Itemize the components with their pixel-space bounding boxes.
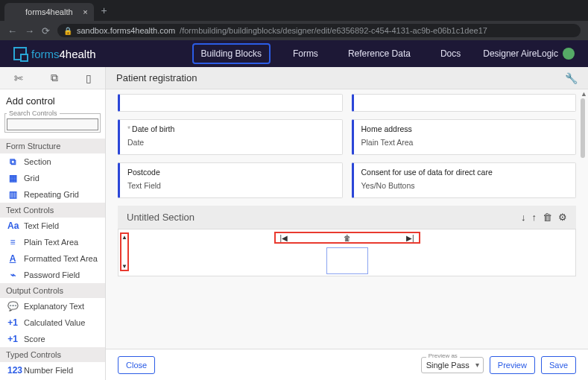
url-host: sandbox.forms4health.com <box>77 26 175 35</box>
card-home-type: Plain Text Area <box>361 138 569 147</box>
untitled-body[interactable]: ▲▼ |◀ 🗑 ▶| <box>118 229 576 276</box>
search-legend: Search Controls <box>7 110 60 117</box>
nav-reference-data[interactable]: Reference Data <box>341 43 418 64</box>
move-up-icon[interactable]: ↑ <box>532 212 537 223</box>
delete-icon[interactable]: 🗑 <box>344 234 351 242</box>
brand-text-2: 4health <box>60 48 96 60</box>
untitled-section: Untitled Section ↓ ↑ 🗑 ⚙ ▲▼ |◀ 🗑 ▶| <box>118 206 576 276</box>
card-dob-title: Date of birth <box>132 124 174 133</box>
skip-first-icon[interactable]: |◀ <box>280 234 288 242</box>
card-consent-title: Consent for use of data for direct care <box>361 168 569 177</box>
url-path: /formbuilding/buildingblocks/designer/ed… <box>180 26 487 35</box>
paste-icon[interactable]: ▯ <box>86 72 92 84</box>
row-handles-highlight: ▲▼ <box>120 232 129 271</box>
palette-grid[interactable]: ▦Grid <box>0 170 105 186</box>
card-dob[interactable]: *Date of birth Date <box>118 119 343 155</box>
palette-plain-text-area[interactable]: ≡Plain Text Area <box>0 234 105 250</box>
palette-formatted-text-area[interactable]: AFormatted Text Area <box>0 250 105 267</box>
footer: Close Preview as Single Pass Preview Sav… <box>106 349 588 380</box>
lock-icon: 🔒 <box>63 27 72 35</box>
group-typed-controls: Typed Controls <box>0 347 105 362</box>
copy-icon[interactable]: ⧉ <box>51 72 58 84</box>
main-nav: Building Blocks Forms Reference Data Doc… <box>192 43 469 64</box>
delete-section-icon[interactable]: 🗑 <box>543 212 552 223</box>
browser-tab-strip: forms4health × + <box>0 0 588 21</box>
palette-password-field[interactable]: ⌁Password Field <box>0 267 105 283</box>
card-home-title: Home address <box>361 124 569 133</box>
nav-forms[interactable]: Forms <box>285 43 326 64</box>
text-field-icon: Aa <box>7 221 18 231</box>
group-form-structure: Form Structure <box>0 139 105 153</box>
search-input[interactable] <box>7 118 98 130</box>
close-button[interactable]: Close <box>118 356 155 374</box>
brand-logo[interactable]: forms4health <box>13 47 96 60</box>
preview-as-label: Preview as <box>426 352 460 359</box>
cut-icon[interactable]: ✄ <box>14 72 23 84</box>
untitled-title: Untitled Section <box>127 212 195 223</box>
settings-icon[interactable]: 🔧 <box>565 72 578 84</box>
nav-docs[interactable]: Docs <box>433 43 468 64</box>
brand-text-1: forms <box>31 48 60 60</box>
user-name: Designer AireLogic <box>483 48 558 59</box>
user-menu[interactable]: Designer AireLogic <box>483 48 575 60</box>
scroll-thumb[interactable] <box>581 98 585 158</box>
workspace: ✄ ⧉ ▯ Add control Search Controls Form S… <box>0 67 588 380</box>
palette-number-field[interactable]: 123Number Field <box>0 362 105 379</box>
card-empty-left[interactable] <box>118 94 343 112</box>
group-output-controls: Output Controls <box>0 283 105 298</box>
card-postcode-title: Postcode <box>127 168 335 177</box>
forward-icon[interactable]: → <box>25 25 34 37</box>
preview-mode-select[interactable]: Preview as Single Pass <box>421 357 484 373</box>
card-postcode[interactable]: Postcode Text Field <box>118 162 343 198</box>
card-home-address[interactable]: Home address Plain Text Area <box>352 119 577 155</box>
skip-last-icon[interactable]: ▶| <box>406 234 414 242</box>
empty-cell[interactable] <box>326 247 368 274</box>
card-consent[interactable]: Consent for use of data for direct care … <box>352 162 577 198</box>
palette-explanatory-text[interactable]: 💬Explanatory Text <box>0 298 105 314</box>
favicon <box>12 7 21 16</box>
back-icon[interactable]: ← <box>7 25 17 37</box>
preview-mode-value: Single Pass <box>426 361 470 370</box>
number-field-icon: 123 <box>7 365 18 376</box>
logo-icon <box>13 47 27 60</box>
reload-icon[interactable]: ⟳ <box>42 25 50 37</box>
preview-button[interactable]: Preview <box>490 356 535 374</box>
palette-section[interactable]: ⧉Section <box>0 153 105 170</box>
palette-text-field[interactable]: AaText Field <box>0 218 105 234</box>
card-empty-right[interactable] <box>352 94 577 112</box>
card-dob-type: Date <box>127 138 335 147</box>
explanatory-text-icon: 💬 <box>7 301 18 311</box>
palette-calculated-value[interactable]: +1Calculated Value <box>0 314 105 331</box>
score-icon: +1 <box>7 334 18 344</box>
card-consent-type: Yes/No Buttons <box>361 181 569 190</box>
scroll-up-icon[interactable]: ▲ <box>581 91 585 98</box>
browser-tab[interactable]: forms4health × <box>4 3 94 21</box>
untitled-header[interactable]: Untitled Section ↓ ↑ 🗑 ⚙ <box>118 206 576 229</box>
url-field[interactable]: 🔒 sandbox.forms4health.com/formbuilding/… <box>57 24 581 37</box>
close-tab-icon[interactable]: × <box>83 7 87 16</box>
grid-icon: ▦ <box>7 173 18 183</box>
sidebar: ✄ ⧉ ▯ Add control Search Controls Form S… <box>0 67 106 380</box>
browser-addr-bar: ← → ⟳ 🔒 sandbox.forms4health.com/formbui… <box>0 21 588 40</box>
sidebar-toolbar: ✄ ⧉ ▯ <box>0 67 105 89</box>
section-icon: ⧉ <box>7 156 18 167</box>
tab-title: forms4health <box>25 7 73 16</box>
avatar <box>563 48 575 60</box>
save-button[interactable]: Save <box>541 356 576 374</box>
app-header: forms4health Building Blocks Forms Refer… <box>0 40 588 67</box>
nav-building-blocks[interactable]: Building Blocks <box>192 43 271 64</box>
card-postcode-type: Text Field <box>127 181 335 190</box>
palette-score[interactable]: +1Score <box>0 331 105 347</box>
scrollbar[interactable]: ▲ <box>581 91 585 347</box>
column-handles-highlight: |◀ 🗑 ▶| <box>274 232 420 244</box>
section-settings-icon[interactable]: ⚙ <box>558 212 567 223</box>
new-tab-button[interactable]: + <box>94 0 115 21</box>
formatted-text-area-icon: A <box>7 253 18 264</box>
calculated-value-icon: +1 <box>7 317 18 328</box>
palette-repeating-grid[interactable]: ▥Repeating Grid <box>0 186 105 203</box>
add-control-title: Add control <box>0 89 105 110</box>
section-header: Patient registration 🔧 <box>106 67 588 89</box>
search-controls-fieldset: Search Controls <box>4 110 101 133</box>
move-down-icon[interactable]: ↓ <box>521 212 526 223</box>
canvas-scroll[interactable]: *Date of birth Date Home address Plain T… <box>106 89 588 349</box>
